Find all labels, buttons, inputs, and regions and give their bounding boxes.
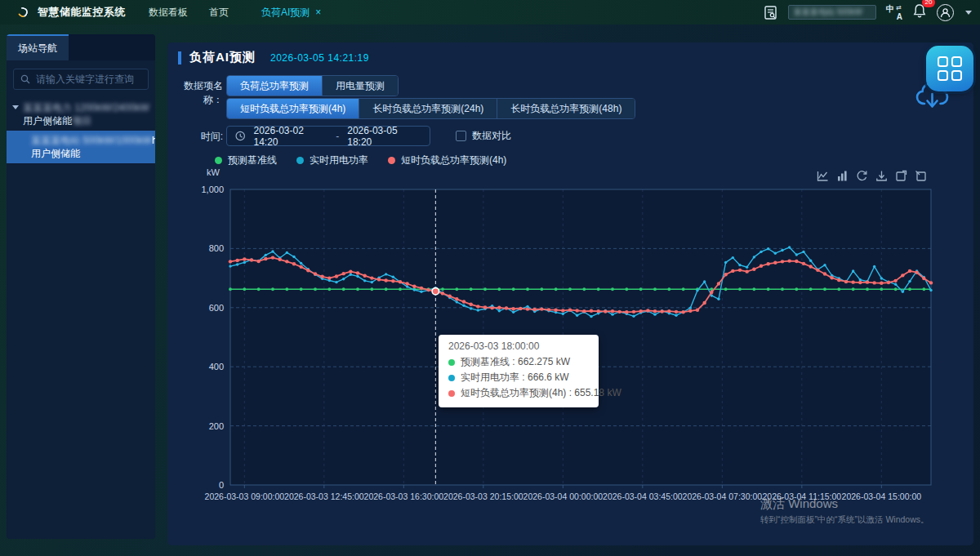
horizon-button-24h[interactable]: 长时负载总功率预测(24h) [359, 99, 497, 118]
svg-text:400: 400 [209, 362, 224, 371]
tab-load-ai-forecast[interactable]: 负荷AI预测 × [261, 6, 321, 20]
org-selector[interactable]: 某某某电站 500kW [788, 5, 876, 20]
org-name-redacted: 某某某电站 500kW [794, 7, 862, 18]
date-end: 2026-03-05 18:20 [347, 125, 421, 148]
restore-icon[interactable] [856, 170, 868, 182]
avatar[interactable] [937, 4, 954, 21]
title-accent-bar [178, 51, 181, 64]
tooltip-row-baseline: 预测基准线 : 662.275 kW [448, 354, 589, 370]
quick-menu-button[interactable] [926, 46, 973, 91]
tab-label: 负荷AI预测 [261, 6, 310, 20]
legend-item-forecast[interactable]: 短时负载总功率预测(4h) [388, 153, 506, 167]
legend-dot-baseline [215, 157, 222, 164]
menu-item-dashboard[interactable]: 数据看板 [149, 6, 188, 20]
notifications[interactable]: 20 [912, 3, 927, 21]
topbar: 智慧储能监控系统 数据看板 首页 负荷AI预测 × 某某某电站 500kW 中⇄… [0, 0, 980, 24]
svg-text:2026-03-04 00:00:00: 2026-03-04 00:00:00 [523, 492, 604, 501]
translate-icon[interactable]: 中⇄A [886, 4, 902, 20]
bar-chart-icon[interactable] [836, 170, 849, 182]
y-axis-unit: kW [207, 167, 220, 177]
date-separator: - [336, 131, 339, 142]
notification-badge: 20 [922, 0, 935, 7]
station-search-input[interactable]: 请输入关键字进行查询 [13, 69, 149, 90]
menu-item-home[interactable]: 首页 [209, 6, 229, 20]
legend-item-actual[interactable]: 实时用电功率 [296, 153, 368, 167]
app-title: 智慧储能监控系统 [38, 5, 126, 20]
chart-legend: 预测基准线 实时用电功率 短时负载总功率预测(4h) [215, 153, 506, 167]
compare-label: 数据对比 [472, 129, 511, 143]
svg-text:0: 0 [219, 480, 224, 490]
legend-item-baseline[interactable]: 预测基准线 [215, 153, 277, 167]
app-logo-icon [15, 4, 31, 20]
forecast-type-group: 负荷总功率预测 用电量预测 [226, 75, 399, 96]
forecast-chart[interactable]: 02004006008001,0002026-03-03 09:00:00202… [186, 183, 970, 514]
sidebar-tab-station-nav[interactable]: 场站导航 [7, 34, 69, 60]
svg-text:2026-03-04 03:45:00: 2026-03-04 03:45:00 [603, 492, 683, 501]
chart-toolbox [817, 170, 927, 182]
clock-icon [235, 131, 245, 141]
svg-text:2026-03-03 20:15:00: 2026-03-03 20:15:00 [443, 492, 523, 501]
report-icon[interactable] [763, 5, 778, 20]
chart-tooltip: 2026-03-03 18:00:00 预测基准线 : 662.275 kW 实… [439, 335, 599, 407]
legend-dot-forecast [388, 157, 395, 164]
compare-toggle[interactable]: 数据对比 [456, 129, 511, 143]
page-timestamp: 2026-03-05 14:21:19 [270, 52, 369, 64]
station-tree: 某某某电力 1200kW/2400kW用户侧储能项目 某某某电站 500kW/1… [7, 98, 155, 163]
svg-text:2026-03-03 12:45:00: 2026-03-03 12:45:00 [284, 492, 364, 501]
search-placeholder: 请输入关键字进行查询 [36, 73, 134, 87]
save-image-icon[interactable] [875, 170, 888, 182]
user-menu-caret-icon[interactable] [965, 11, 972, 15]
type-button-total-power[interactable]: 负荷总功率预测 [227, 76, 323, 96]
tooltip-row-actual: 实时用电功率 : 666.6 kW [448, 370, 589, 385]
type-button-energy[interactable]: 用电量预测 [323, 76, 398, 96]
svg-text:2026-03-03 16:30:00: 2026-03-03 16:30:00 [364, 492, 444, 501]
date-start: 2026-03-02 14:20 [253, 125, 327, 148]
horizon-button-48h[interactable]: 长时负载总功率预测(48h) [497, 99, 635, 118]
main-panel: 负荷AI预测 2026-03-05 14:21:19 数据项名称： 负荷总功率预… [167, 42, 973, 545]
grid-icon [938, 56, 962, 81]
tab-close-icon[interactable]: × [315, 7, 321, 18]
tooltip-time: 2026-03-03 18:00:00 [448, 340, 589, 352]
svg-text:800: 800 [209, 243, 224, 253]
user-icon [940, 7, 951, 18]
svg-text:2026-03-04 07:30:00: 2026-03-04 07:30:00 [683, 492, 763, 501]
station-sidebar: 场站导航 请输入关键字进行查询 某某某电力 1200kW/2400kW用户侧储能… [7, 34, 155, 539]
compare-checkbox[interactable] [456, 131, 466, 141]
data-item-label: 数据项名称： [169, 79, 223, 107]
windows-activation-watermark: 激活 Windows 转到“控制面板”中的“系统”以激活 Windows。 [760, 496, 929, 526]
tree-item-station-selected[interactable]: 某某某电站 500kW/1000kWh用户侧储能 [7, 131, 155, 163]
tooltip-row-forecast: 短时负载总功率预测(4h) : 655.18 kW [448, 385, 589, 401]
svg-text:1,000: 1,000 [201, 185, 224, 194]
line-chart-icon[interactable] [817, 170, 829, 182]
tree-item-project[interactable]: 某某某电力 1200kW/2400kW用户侧储能项目 [7, 98, 155, 131]
svg-text:600: 600 [209, 303, 224, 313]
data-zoom-icon[interactable] [895, 170, 907, 182]
search-icon [20, 74, 30, 84]
time-label: 时间: [169, 130, 223, 144]
svg-text:200: 200 [209, 421, 224, 431]
tree-expand-caret-icon[interactable] [12, 105, 19, 109]
page-title: 负荷AI预测 [189, 50, 256, 65]
date-range-picker[interactable]: 2026-03-02 14:20 - 2026-03-05 18:20 [226, 126, 430, 146]
zoom-reset-icon[interactable] [915, 170, 927, 182]
horizon-button-4h[interactable]: 短时负载总功率预测(4h) [227, 99, 359, 118]
horizon-group: 短时负载总功率预测(4h) 长时负载总功率预测(24h) 长时负载总功率预测(4… [226, 98, 635, 119]
legend-dot-actual [296, 157, 304, 164]
svg-text:2026-03-03 09:00:00: 2026-03-03 09:00:00 [205, 492, 285, 501]
